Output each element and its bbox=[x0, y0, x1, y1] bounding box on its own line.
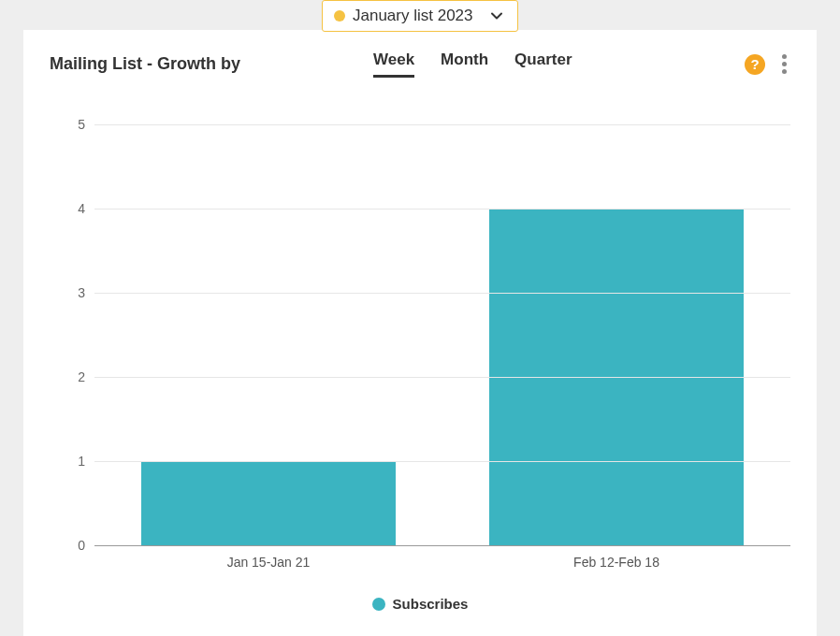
y-tick-label: 3 bbox=[78, 285, 85, 300]
y-tick-label: 2 bbox=[78, 369, 85, 384]
y-tick-label: 1 bbox=[78, 454, 85, 469]
help-icon[interactable]: ? bbox=[745, 54, 765, 75]
chart-legend: Subscribes bbox=[50, 596, 790, 612]
kebab-menu-icon[interactable] bbox=[778, 51, 790, 78]
card-header: Mailing List - Growth by WeekMonthQuarte… bbox=[50, 51, 790, 78]
card-title: Mailing List - Growth by bbox=[50, 54, 240, 74]
y-tick-label: 4 bbox=[78, 201, 85, 216]
legend-swatch-icon bbox=[372, 598, 385, 611]
bar-slot bbox=[442, 124, 790, 545]
bar-slot bbox=[94, 124, 442, 545]
y-tick-label: 0 bbox=[78, 538, 85, 553]
gridline bbox=[94, 209, 790, 210]
time-range-tabs: WeekMonthQuarter bbox=[373, 51, 572, 78]
gridline bbox=[94, 461, 790, 462]
x-tick-label: Feb 12-Feb 18 bbox=[442, 555, 790, 570]
gridline bbox=[94, 545, 790, 546]
bar[interactable] bbox=[141, 461, 396, 545]
status-dot-icon bbox=[334, 10, 345, 22]
gridline bbox=[94, 124, 790, 125]
chart-bars bbox=[94, 124, 790, 545]
chart-area: 012345 bbox=[50, 124, 790, 545]
chevron-down-icon bbox=[489, 8, 504, 23]
x-axis: Jan 15-Jan 21Feb 12-Feb 18 bbox=[94, 555, 790, 570]
x-tick-label: Jan 15-Jan 21 bbox=[94, 555, 442, 570]
gridline bbox=[94, 377, 790, 378]
y-axis: 012345 bbox=[50, 124, 94, 545]
dropdown-selected-label: January list 2023 bbox=[353, 7, 482, 25]
tab-month[interactable]: Month bbox=[441, 51, 488, 78]
gridline bbox=[94, 293, 790, 294]
list-selector-dropdown[interactable]: January list 2023 bbox=[322, 0, 518, 32]
growth-card: Mailing List - Growth by WeekMonthQuarte… bbox=[23, 30, 817, 636]
legend-label: Subscribes bbox=[393, 596, 469, 612]
y-tick-label: 5 bbox=[78, 117, 85, 132]
chart-plot bbox=[94, 124, 790, 545]
card-header-icons: ? bbox=[745, 51, 790, 78]
tab-week[interactable]: Week bbox=[373, 51, 414, 78]
tab-quarter[interactable]: Quarter bbox=[514, 51, 572, 78]
